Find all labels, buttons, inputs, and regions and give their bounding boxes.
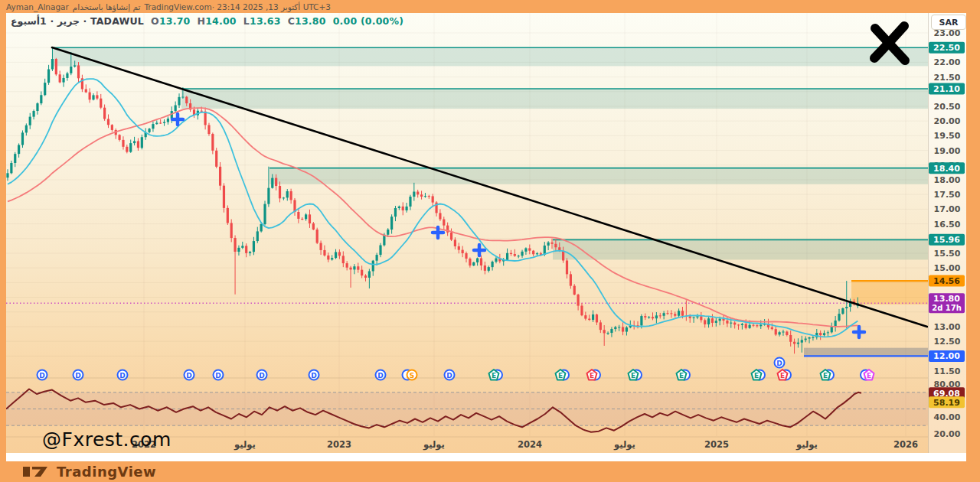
price-tick-label: 13.00	[934, 322, 961, 332]
candle-body	[805, 339, 807, 340]
candle-body	[178, 97, 180, 106]
candle-body	[227, 208, 229, 223]
demand-zone[interactable]	[804, 348, 928, 357]
supply-zone[interactable]	[270, 168, 928, 184]
time-axis-label[interactable]: 2026	[893, 439, 918, 450]
candle-body	[85, 90, 87, 93]
time-axis-label[interactable]: يوليو	[613, 439, 635, 451]
candle-body	[506, 253, 508, 260]
candle-body	[476, 258, 479, 262]
candle-body	[398, 207, 400, 208]
candle-body	[312, 223, 315, 230]
candle-body	[831, 327, 833, 332]
candle-body	[737, 324, 740, 325]
candle-body	[357, 266, 359, 269]
candle-body	[428, 196, 430, 197]
candle-body	[103, 108, 106, 119]
candle-body	[689, 316, 691, 318]
candle-body	[59, 74, 61, 82]
candle-body	[454, 239, 456, 246]
resistance-box[interactable]	[851, 281, 928, 305]
candle-body	[458, 246, 460, 250]
candle-body	[18, 145, 20, 155]
candle-body	[152, 124, 154, 129]
ohlc-value: 13.80	[295, 15, 326, 27]
supply-zone[interactable]	[52, 47, 928, 66]
candle-body	[119, 135, 121, 140]
dividend-marker[interactable]: D	[257, 370, 267, 380]
sma-fast-line	[8, 79, 858, 337]
time-axis-label[interactable]: يوليو	[234, 439, 256, 451]
candle-body	[126, 147, 128, 152]
candle-body	[163, 122, 165, 123]
candle-body	[245, 246, 247, 253]
time-axis-label[interactable]: 2024	[518, 439, 542, 450]
candle-body	[666, 313, 668, 314]
candle-body	[838, 314, 840, 321]
candle-body	[488, 267, 490, 271]
candle-body	[181, 97, 184, 98]
candle-body	[566, 260, 568, 274]
symbol-ohlc-row[interactable]: جرير · 1أسبوع · TADAWUL O13.70 H14.00 L1…	[11, 15, 403, 27]
candle-body	[167, 119, 169, 122]
candle-body	[562, 251, 564, 261]
plot-area[interactable]: DDDDDDDDSDEEEEEEDEEE	[6, 13, 928, 437]
candle-body	[462, 250, 464, 253]
candle-body	[405, 207, 407, 210]
candle-body	[100, 99, 102, 108]
tradingview-logo-text[interactable]: TradingView	[57, 464, 156, 480]
candle-body	[606, 333, 609, 334]
candle-body	[484, 265, 486, 271]
supply-zone[interactable]	[553, 239, 928, 259]
time-axis-label[interactable]: يوليو	[423, 439, 445, 451]
price-tick-label: 19.50	[934, 131, 961, 141]
currency-button[interactable]: SAR	[931, 15, 966, 30]
candle-body	[819, 333, 822, 335]
candle-body	[808, 337, 810, 339]
ohlc-value: 14.00	[205, 15, 237, 27]
candle-body	[465, 253, 467, 259]
time-axis-label[interactable]: يوليو	[795, 439, 818, 451]
price-tick-label: 16.50	[934, 220, 961, 230]
price-tick-label: 21.50	[934, 73, 961, 83]
ohlc-value: 0.00 (0.00%)	[326, 15, 404, 27]
time-axis-label[interactable]: 2025	[704, 439, 729, 450]
candle-body	[733, 323, 736, 325]
dividend-marker[interactable]: D	[118, 370, 128, 380]
price-axis-label: 14.56	[929, 275, 965, 287]
candle-body	[353, 266, 355, 269]
marker-letter: D	[776, 360, 782, 367]
dividend-marker[interactable]: D	[214, 370, 224, 380]
candle-body	[215, 151, 217, 167]
time-axis-label[interactable]: 2023	[327, 439, 351, 450]
candle-body	[263, 204, 266, 224]
candle-body	[305, 214, 307, 219]
sma-slow-line	[8, 108, 858, 327]
price-tick-label: 15.00	[934, 263, 961, 273]
dividend-marker[interactable]: D	[445, 370, 455, 380]
dividend-marker[interactable]: D	[38, 370, 47, 380]
supply-zone[interactable]	[181, 89, 928, 109]
dividend-marker[interactable]: D	[74, 370, 83, 380]
dividend-marker[interactable]: D	[309, 370, 319, 380]
label-text: 18.40	[933, 164, 960, 174]
candle-body	[129, 143, 132, 151]
candle-body	[286, 191, 289, 197]
dividend-marker[interactable]: D	[775, 358, 785, 368]
candle-body	[230, 223, 233, 238]
candle-body	[207, 125, 210, 134]
candle-body	[554, 244, 557, 248]
split-marker[interactable]: S	[403, 370, 417, 380]
candle-body	[416, 192, 419, 195]
candle-body	[707, 318, 710, 324]
candle-body	[550, 243, 553, 244]
candle-body	[521, 252, 523, 256]
candle-body	[495, 259, 497, 262]
candle-body	[122, 140, 124, 147]
candle-body	[364, 275, 367, 278]
tradingview-logo-icon[interactable]	[21, 464, 52, 480]
chart-canvas[interactable]: DDDDDDDDSDEEEEEEDEEE23.0022.5022.0021.50…	[0, 0, 980, 482]
candle-body	[44, 83, 46, 95]
dividend-marker[interactable]: D	[376, 370, 386, 380]
dividend-marker[interactable]: D	[185, 370, 194, 380]
